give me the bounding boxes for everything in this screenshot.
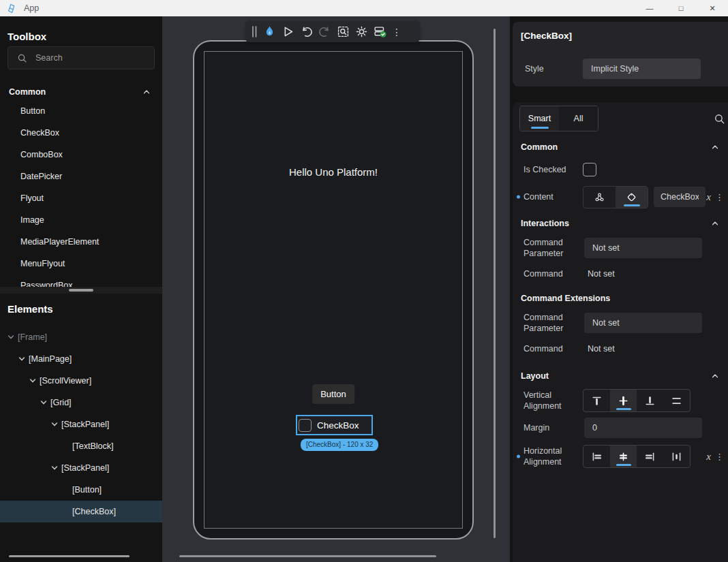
app-window: App — □ ✕ Toolbox Common Button CheckBox… xyxy=(0,0,728,562)
splitter-handle[interactable] xyxy=(69,289,93,292)
command-label: Command xyxy=(524,343,584,354)
hot-reload-flame-icon[interactable] xyxy=(260,22,279,41)
canvas-checkbox-selection[interactable]: CheckBox xyxy=(296,415,373,435)
ce-command-row: Command Not set xyxy=(519,343,724,355)
chevron-down-icon xyxy=(49,463,60,473)
minimize-button[interactable]: — xyxy=(634,0,665,16)
tree-label: [Button] xyxy=(72,485,102,495)
elements-title: Elements xyxy=(7,303,53,315)
design-canvas: ⋮ Hello Uno Platform! Button CheckBox [C… xyxy=(162,16,510,562)
align-bottom-icon[interactable] xyxy=(637,390,663,411)
titlebar: App — □ ✕ xyxy=(0,0,728,16)
tree-row-stackpanel-1[interactable]: [StackPanel] xyxy=(0,413,162,435)
chevron-down-icon xyxy=(38,397,49,408)
tree-row-button[interactable]: [Button] xyxy=(0,479,162,501)
align-hstretch-icon[interactable] xyxy=(663,446,690,467)
command-value[interactable]: Not set xyxy=(588,269,615,279)
canvas-horizontal-scrollbar[interactable] xyxy=(179,555,436,557)
toolbox-item-combobox[interactable]: ComboBox xyxy=(0,144,162,166)
tree-row-stackpanel-2[interactable]: [StackPanel] xyxy=(0,457,162,479)
toolbox-item-button[interactable]: Button xyxy=(0,100,162,122)
tree-row-checkbox-selected[interactable]: [CheckBox] xyxy=(0,501,162,522)
is-checked-label: Is Checked xyxy=(524,164,584,175)
section-layout[interactable]: Layout xyxy=(521,371,723,381)
toolbox-item-mediaplayerelement[interactable]: MediaPlayerElement xyxy=(0,231,162,253)
align-top-icon[interactable] xyxy=(583,390,610,411)
section-interactions[interactable]: Interactions xyxy=(521,219,723,228)
undo-icon[interactable] xyxy=(297,22,316,41)
element-search-icon[interactable] xyxy=(334,22,352,41)
style-label: Style xyxy=(525,64,544,74)
horizontal-alignment-label: Horizontal Alignment xyxy=(524,446,584,467)
property-tabs: Smart All xyxy=(519,106,598,131)
align-right-icon[interactable] xyxy=(637,446,663,467)
toolbox-item-datepicker[interactable]: DatePicker xyxy=(0,166,162,187)
selection-header-card: [CheckBox] Style xyxy=(513,22,728,87)
binding-icon[interactable] xyxy=(583,187,616,208)
ce-command-value[interactable]: Not set xyxy=(588,344,615,354)
literal-tag-icon[interactable] xyxy=(616,187,648,208)
section-title: Interactions xyxy=(521,219,569,228)
redo-icon[interactable] xyxy=(316,22,334,41)
align-vstretch-icon[interactable] xyxy=(663,390,690,411)
toolbox-search[interactable] xyxy=(7,46,155,69)
left-panel-scrollbar[interactable] xyxy=(9,555,130,557)
device-frame: Hello Uno Platform! Button CheckBox [Che… xyxy=(193,40,474,540)
grip-icon[interactable] xyxy=(249,22,259,41)
command-parameter-input[interactable] xyxy=(584,238,702,258)
more-options-icon[interactable]: ⋮ xyxy=(389,22,404,41)
selection-size-badge: [CheckBox] - 120 x 32 xyxy=(301,439,378,451)
tree-row-mainpage[interactable]: [MainPage] xyxy=(0,348,162,370)
content-input[interactable] xyxy=(654,187,706,207)
style-input[interactable] xyxy=(583,59,701,79)
search-icon xyxy=(17,53,27,63)
tab-smart[interactable]: Smart xyxy=(520,106,559,131)
section-title: Common xyxy=(521,142,558,152)
toolbox-item-image[interactable]: Image xyxy=(0,209,162,231)
section-common[interactable]: Common xyxy=(521,142,723,152)
tree-row-frame[interactable]: [Frame] xyxy=(0,326,162,348)
section-command-extensions: Command Extensions xyxy=(521,294,723,303)
tree-row-textblock[interactable]: [TextBlock] xyxy=(0,435,162,457)
panel-splitter xyxy=(0,287,162,294)
tree-row-scrollviewer[interactable]: [ScrollViewer] xyxy=(0,370,162,392)
command-parameter-label: Command Parameter xyxy=(524,237,584,259)
more-options-icon[interactable]: ⋮ xyxy=(715,192,724,202)
toolbox-item-menuflyout[interactable]: MenuFlyout xyxy=(0,253,162,275)
expression-icon[interactable]: x xyxy=(706,191,711,203)
align-vcenter-icon[interactable] xyxy=(610,390,637,411)
chevron-down-icon xyxy=(27,375,38,386)
chevron-up-icon xyxy=(710,371,720,381)
search-icon[interactable] xyxy=(714,113,725,125)
tree-label: [Frame] xyxy=(18,332,47,342)
tree-label: [MainPage] xyxy=(29,354,72,364)
device-screen: Hello Uno Platform! Button CheckBox [Che… xyxy=(204,51,463,529)
tree-row-grid[interactable]: [Grid] xyxy=(0,392,162,413)
textblock-hello[interactable]: Hello Uno Platform! xyxy=(204,166,462,178)
canvas-button[interactable]: Button xyxy=(312,384,354,404)
server-status-check-icon[interactable] xyxy=(371,22,389,41)
is-checked-checkbox[interactable] xyxy=(583,163,596,176)
app-title: App xyxy=(24,3,39,13)
toolbox-search-input[interactable] xyxy=(35,53,154,63)
play-icon[interactable] xyxy=(279,22,297,41)
more-options-icon[interactable]: ⋮ xyxy=(715,452,724,462)
ce-command-parameter-input[interactable] xyxy=(584,313,702,333)
checkbox-glyph[interactable] xyxy=(299,419,312,432)
toolbox-item-checkbox[interactable]: CheckBox xyxy=(0,122,162,144)
horizontal-alignment-group xyxy=(583,445,691,468)
chevron-up-icon xyxy=(710,219,720,228)
close-button[interactable]: ✕ xyxy=(697,0,728,16)
theme-sun-icon[interactable] xyxy=(352,22,371,41)
margin-label: Margin xyxy=(524,422,584,433)
expression-icon[interactable]: x xyxy=(706,451,711,463)
tree-label: [TextBlock] xyxy=(72,441,113,451)
toolbox-item-flyout[interactable]: Flyout xyxy=(0,187,162,209)
margin-input[interactable] xyxy=(584,418,702,438)
align-hcenter-icon[interactable] xyxy=(610,446,637,467)
maximize-button[interactable]: □ xyxy=(665,0,697,16)
align-left-icon[interactable] xyxy=(583,446,610,467)
command-label: Command xyxy=(524,268,584,279)
tab-all[interactable]: All xyxy=(559,106,598,131)
canvas-vertical-scrollbar[interactable] xyxy=(494,29,496,538)
